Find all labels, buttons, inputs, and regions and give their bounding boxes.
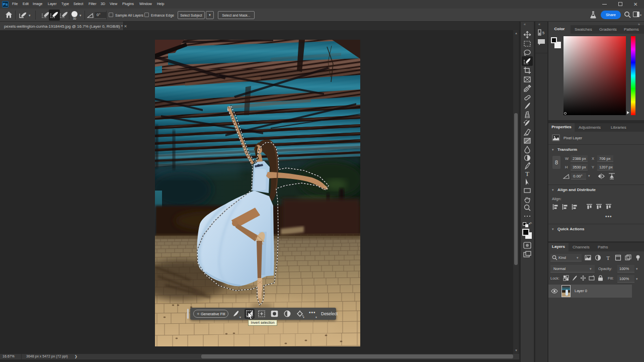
svg-text:T: T [606,255,610,261]
svg-text:T: T [525,170,529,177]
svg-text:5: 5 [542,31,545,35]
